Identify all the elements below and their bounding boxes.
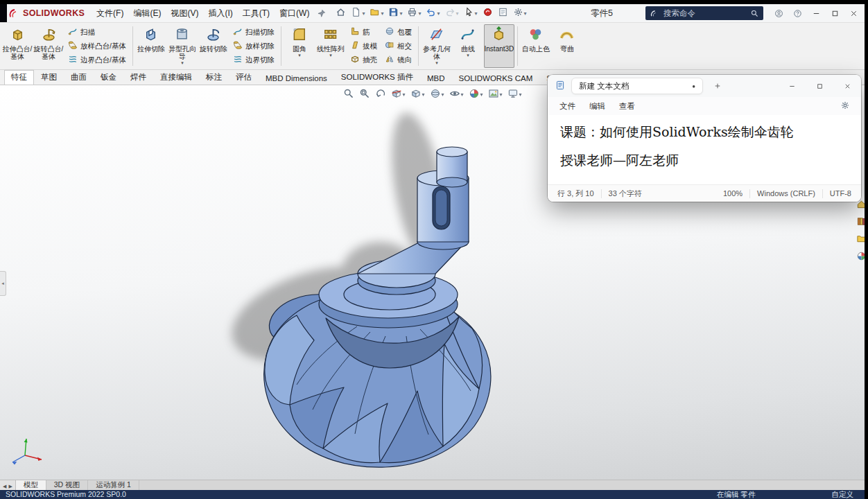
zoom-level[interactable]: 100% (716, 189, 749, 198)
ribbon-button-mirror[interactable]: 镜向 (383, 53, 414, 67)
open-button[interactable] (367, 6, 385, 21)
view-orientation-button[interactable] (408, 87, 426, 102)
hide-show-items-button[interactable] (447, 87, 465, 102)
zoom-to-area-button[interactable] (357, 87, 371, 102)
customize-button[interactable]: 自定义 (832, 490, 854, 499)
notepad-menu-1[interactable]: 编辑 (583, 100, 611, 113)
ribbon-button-flex[interactable]: 弯曲 (552, 24, 582, 68)
notepad-settings-button[interactable] (835, 100, 856, 112)
ribbon-button-boundary-cut[interactable]: 边界切除 (231, 53, 277, 67)
edit-appearance-button[interactable] (467, 87, 485, 102)
ribbon-button-revolved-cut[interactable]: 旋转切除 (198, 24, 229, 68)
new-tab-button[interactable] (709, 77, 727, 95)
notepad-menu-0[interactable]: 文件 (553, 100, 582, 113)
model-tab-bar: 模型3D 视图运动算例 1 (0, 480, 865, 490)
panel-collapse-tab[interactable] (0, 271, 6, 296)
save-button[interactable] (386, 6, 404, 21)
bevel-gear-model[interactable] (264, 147, 491, 467)
undo-button[interactable] (424, 6, 442, 21)
previous-view-button[interactable] (373, 87, 387, 102)
model-tab-0[interactable]: 模型 (16, 480, 46, 490)
notepad-maximize-button[interactable] (806, 75, 833, 97)
ribbon-button-hole-wizard[interactable]: 异型孔向导 (167, 24, 198, 68)
maximize-button[interactable] (826, 4, 844, 22)
ribbon-button-extruded-boss[interactable]: 拉伸凸台/基体 (2, 24, 33, 68)
feature-tab-8[interactable]: MBD Dimensions (259, 72, 334, 85)
task-pane-tabs (856, 199, 865, 263)
ribbon-button-fillet[interactable]: 圆角 (284, 24, 315, 68)
ribbon-button-extruded-cut[interactable]: 拉伸切除 (136, 24, 166, 68)
appearances-tab[interactable] (856, 251, 865, 263)
feature-tab-4[interactable]: 焊件 (123, 70, 153, 85)
close-button[interactable] (844, 4, 863, 22)
ribbon-button-intersect[interactable]: 相交 (383, 40, 414, 53)
notepad-menu-2[interactable]: 查看 (613, 100, 641, 113)
notepad-minimize-button[interactable] (778, 75, 806, 97)
ribbon-button-linear-pattern[interactable]: 线性阵列 (315, 24, 346, 68)
line-ending[interactable]: Windows (CRLF) (750, 189, 822, 198)
ribbon-button-curves[interactable]: 曲线 (453, 24, 483, 68)
home-button[interactable] (333, 6, 348, 21)
notepad-document-tab[interactable]: 新建 文本文档 ● (571, 78, 703, 94)
ribbon-button-lofted-cut[interactable]: 放样切除 (231, 40, 277, 53)
ribbon-button-swept-boss[interactable]: 扫描 (66, 26, 128, 39)
display-style-button[interactable] (428, 87, 445, 102)
command-search[interactable] (645, 6, 763, 20)
file-explorer-tab[interactable] (856, 234, 865, 246)
ribbon-button-shell[interactable]: 抽壳 (348, 53, 379, 67)
feature-tab-5[interactable]: 直接编辑 (153, 70, 199, 85)
ribbon-button-swept-cut[interactable]: 扫描切除 (231, 26, 277, 39)
ribbon-button-rib[interactable]: 筋 (348, 26, 379, 39)
menubar-item-5[interactable]: 窗口(W) (275, 4, 314, 22)
encoding[interactable]: UTF-8 (823, 189, 858, 198)
feature-tab-11[interactable]: SOLIDWORKS CAM (452, 72, 540, 85)
model-tab-1[interactable]: 3D 视图 (46, 480, 88, 490)
notepad-text-area[interactable]: 课题：如何使用SolidWorks绘制伞齿轮 授课老师—阿左老师 (548, 115, 861, 184)
rebuild-button[interactable] (480, 6, 495, 21)
select-cursor-button[interactable] (462, 6, 480, 21)
notepad-close-button[interactable] (833, 75, 861, 97)
print-button[interactable] (405, 6, 423, 21)
feature-tab-9[interactable]: SOLIDWORKS 插件 (334, 70, 420, 85)
scroll-left-icon[interactable] (3, 481, 6, 489)
ribbon-button-revolved-boss[interactable]: 旋转凸台/基体 (33, 24, 64, 68)
ribbon-button-instant3d[interactable]: Instant3D (484, 24, 514, 68)
section-view-button[interactable] (389, 87, 406, 102)
ribbon-button-auto-shade[interactable]: 自动上色 (521, 24, 551, 68)
menubar-item-2[interactable]: 视图(V) (166, 4, 203, 22)
redo-button[interactable] (443, 6, 461, 21)
feature-tab-7[interactable]: 评估 (229, 70, 259, 85)
ribbon-separator (517, 26, 518, 66)
ribbon-button-draft[interactable]: 拔模 (348, 40, 379, 53)
ribbon-button-lofted-boss[interactable]: 放样凸台/基体 (66, 40, 128, 53)
menubar-item-3[interactable]: 插入(I) (203, 4, 237, 22)
feature-tab-3[interactable]: 钣金 (94, 70, 123, 85)
file-properties-button[interactable] (496, 6, 510, 21)
menubar-item-4[interactable]: 工具(T) (238, 4, 275, 22)
minimize-button[interactable] (807, 4, 826, 22)
login-button[interactable] (770, 4, 788, 22)
help-button[interactable] (788, 4, 807, 22)
apply-scene-button[interactable] (487, 87, 504, 102)
feature-tab-10[interactable]: MBD (420, 72, 452, 85)
search-input[interactable] (662, 8, 747, 18)
scroll-right-icon[interactable] (8, 481, 12, 489)
new-document-button[interactable] (349, 6, 367, 21)
menubar-item-0[interactable]: 文件(F) (92, 4, 128, 22)
menu-pin-icon[interactable] (314, 6, 328, 21)
menubar-item-1[interactable]: 编辑(E) (128, 4, 166, 22)
model-tab-2[interactable]: 运动算例 1 (88, 480, 139, 490)
search-icon[interactable] (750, 9, 759, 18)
ribbon-button-label: 拉伸凸台/基体 (2, 45, 33, 60)
view-settings-button[interactable] (506, 87, 523, 102)
feature-tab-6[interactable]: 标注 (199, 70, 229, 85)
feature-tab-1[interactable]: 草图 (34, 70, 64, 85)
feature-tab-2[interactable]: 曲面 (64, 70, 94, 85)
options-button[interactable] (511, 6, 529, 21)
feature-tab-0[interactable]: 特征 (4, 70, 34, 85)
ribbon-button-wrap[interactable]: 包覆 (383, 26, 414, 39)
ribbon-button-reference-geometry[interactable]: 参考几何体 (422, 24, 452, 68)
design-library-tab[interactable] (856, 216, 865, 229)
zoom-to-fit-button[interactable] (341, 87, 355, 102)
ribbon-button-boundary-boss[interactable]: 边界凸台/基体 (66, 53, 128, 67)
